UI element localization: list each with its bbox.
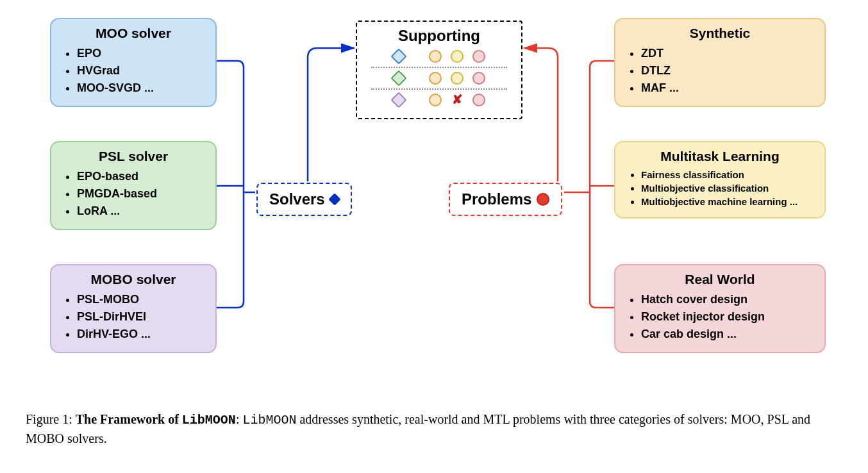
list-item: Car cab design ...: [641, 326, 813, 343]
diamond-icon: [390, 70, 406, 86]
realworld-title: Real World: [627, 272, 813, 287]
realworld-items: Hatch cover design Rocket injector desig…: [627, 291, 813, 343]
circle-icon: [429, 72, 442, 85]
circle-icon: [429, 50, 442, 63]
caption-libname: LibMOON: [242, 413, 296, 427]
supporting-row: [367, 72, 511, 85]
list-item: EPO: [77, 45, 204, 62]
list-item: PSL-DirHVEI: [77, 308, 204, 326]
synthetic-box: Synthetic ZDT DTLZ MAF ...: [614, 18, 826, 107]
list-item: MOO-SVGD ...: [77, 79, 204, 97]
problems-label-box: Problems: [449, 183, 562, 216]
moo-title: MOO solver: [63, 26, 204, 41]
x-icon: ✘: [451, 94, 463, 106]
supporting-row: [367, 50, 511, 63]
diamond-icon: [390, 48, 406, 64]
circle-icon: [451, 72, 463, 85]
supporting-box: Supporting ✘: [356, 21, 522, 119]
caption-prefix: Figure 1:: [26, 412, 76, 426]
problems-label: Problems: [462, 190, 531, 208]
list-item: Multiobjective machine learning ...: [641, 195, 813, 208]
circle-icon: [537, 193, 549, 206]
mtl-items: Fairness classification Multiobjective c…: [627, 168, 813, 208]
list-item: LoRA ...: [77, 203, 204, 220]
circle-icon: [472, 94, 485, 106]
list-item: Fairness classification: [641, 168, 813, 181]
framework-diagram: MOO solver EPO HVGrad MOO-SVGD ... PSL s…: [0, 0, 868, 397]
list-item: ZDT: [641, 45, 813, 62]
divider: [371, 88, 507, 90]
synthetic-items: ZDT DTLZ MAF ...: [627, 45, 813, 97]
supporting-row: ✘: [367, 94, 511, 106]
caption-colon: :: [236, 412, 243, 426]
divider: [371, 67, 507, 68]
circle-icon: [429, 94, 442, 106]
figure-caption: Figure 1: The Framework of LibMOON: LibM…: [26, 410, 842, 448]
mtl-box: Multitask Learning Fairness classificati…: [614, 141, 826, 219]
mtl-title: Multitask Learning: [627, 149, 813, 164]
list-item: MAF ...: [641, 79, 813, 97]
list-item: Multiobjective classification: [641, 181, 813, 195]
psl-solver-box: PSL solver EPO-based PMGDA-based LoRA ..…: [50, 141, 217, 230]
synthetic-title: Synthetic: [627, 26, 813, 41]
mobo-solver-box: MOBO solver PSL-MOBO PSL-DirHVEI DirHV-E…: [50, 264, 217, 353]
mobo-title: MOBO solver: [63, 272, 204, 287]
list-item: EPO-based: [77, 168, 204, 185]
list-item: HVGrad: [77, 62, 204, 79]
diamond-icon: [390, 92, 406, 108]
list-item: Rocket injector design: [641, 308, 813, 326]
caption-libname: LibMOON: [182, 413, 236, 427]
circle-icon: [472, 72, 485, 85]
circle-icon: [472, 50, 485, 63]
list-item: Hatch cover design: [641, 291, 813, 308]
mobo-items: PSL-MOBO PSL-DirHVEI DirHV-EGO ...: [63, 291, 204, 343]
diamond-icon: [328, 193, 341, 206]
psl-items: EPO-based PMGDA-based LoRA ...: [63, 168, 204, 220]
psl-title: PSL solver: [63, 149, 204, 164]
solvers-label-box: Solvers: [256, 183, 352, 216]
solvers-label: Solvers: [269, 190, 325, 208]
caption-bold: The Framework of: [76, 412, 182, 426]
supporting-title: Supporting: [367, 27, 511, 45]
list-item: PMGDA-based: [77, 185, 204, 203]
moo-items: EPO HVGrad MOO-SVGD ...: [63, 45, 204, 97]
circle-icon: [451, 50, 463, 63]
list-item: PSL-MOBO: [77, 291, 204, 308]
realworld-box: Real World Hatch cover design Rocket inj…: [614, 264, 826, 353]
list-item: DirHV-EGO ...: [77, 326, 204, 343]
moo-solver-box: MOO solver EPO HVGrad MOO-SVGD ...: [50, 18, 217, 107]
list-item: DTLZ: [641, 62, 813, 79]
